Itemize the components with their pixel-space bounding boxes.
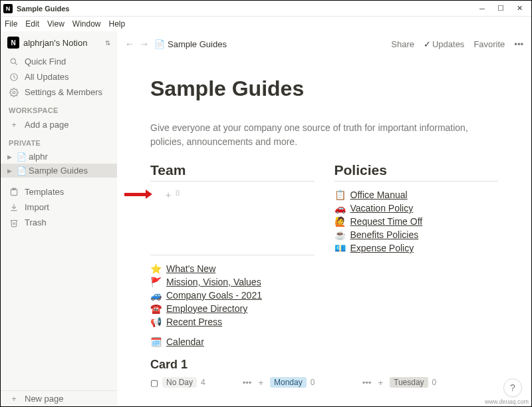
import[interactable]: Import — [1, 200, 117, 215]
disclosure-triangle-icon[interactable]: ▶ — [7, 168, 15, 174]
money-icon: 💶 — [334, 243, 346, 253]
add-card-icon[interactable]: + — [258, 378, 263, 388]
close-button[interactable]: ✕ — [510, 2, 529, 15]
sidebar: N alphrjan's Notion ⇅ Quick Find All Upd… — [1, 31, 117, 406]
workspace-switcher[interactable]: N alphrjan's Notion ⇅ — [1, 31, 117, 54]
car-icon: 🚙 — [150, 290, 162, 301]
phone-icon: ☎️ — [150, 303, 162, 314]
link-directory[interactable]: ☎️Employee Directory — [150, 302, 315, 315]
link-mission[interactable]: 🚩Mission, Vision, Values — [150, 275, 315, 289]
board-col-tuesday: Tuesday 0 — [390, 376, 489, 389]
quick-find[interactable]: Quick Find — [1, 54, 117, 69]
maximize-button[interactable]: ☐ — [491, 2, 510, 15]
policies-heading[interactable]: Policies — [334, 162, 499, 178]
page-body: Sample Guides Give everyone at your comp… — [117, 57, 531, 406]
all-updates[interactable]: All Updates — [1, 69, 117, 84]
link-press[interactable]: 📢Recent Press — [150, 315, 315, 329]
drag-handle-icon[interactable]: ⠿ — [175, 190, 179, 200]
disclosure-triangle-icon[interactable]: ▶ — [7, 154, 15, 160]
section-private: PRIVATE — [1, 132, 117, 150]
add-page-workspace[interactable]: + Add a page — [1, 117, 117, 132]
board-tag[interactable]: No Day — [162, 377, 197, 388]
link-expense[interactable]: 💶Expense Policy — [334, 241, 499, 255]
add-card-icon[interactable]: + — [378, 378, 383, 388]
content-area: ← → 📄 Sample Guides Share ✓Updates Favor… — [117, 31, 531, 406]
svg-point-0 — [11, 59, 15, 63]
menu-view[interactable]: View — [47, 19, 65, 29]
car-icon: 🚗 — [334, 203, 346, 213]
watermark: www.deuaq.com — [485, 398, 529, 405]
gear-icon — [9, 88, 19, 97]
forward-button[interactable]: → — [140, 39, 149, 49]
link-benefits[interactable]: ☕Benefits Policies — [334, 228, 499, 241]
menu-help[interactable]: Help — [109, 19, 126, 29]
checkbox-icon: ▢ — [150, 378, 158, 388]
menu-window[interactable]: Window — [72, 19, 101, 29]
search-icon — [9, 57, 19, 67]
flag-icon: 🚩 — [150, 277, 162, 287]
page-title[interactable]: Sample Guides — [150, 76, 498, 101]
team-heading[interactable]: Team — [150, 162, 315, 178]
column-more-icon[interactable]: ••• — [362, 378, 372, 388]
board-title[interactable]: Card 1 — [150, 358, 315, 372]
divider — [150, 181, 315, 182]
help-button[interactable]: ? — [503, 378, 522, 397]
templates-icon — [9, 188, 19, 197]
templates[interactable]: Templates — [1, 184, 117, 200]
board-col-monday: Monday 0 ••• + — [270, 376, 383, 389]
sidebar-page-sample-guides[interactable]: ▶ 📄 Sample Guides — [1, 164, 117, 178]
settings-members[interactable]: Settings & Members — [1, 84, 117, 100]
link-timeoff[interactable]: 🙋Request Time Off — [334, 215, 499, 228]
workspace-icon: N — [7, 37, 19, 49]
breadcrumb[interactable]: 📄 Sample Guides — [154, 39, 227, 49]
page-icon: 📄 — [17, 166, 26, 176]
board-count: 0 — [432, 378, 437, 387]
board-tag[interactable]: Tuesday — [390, 377, 428, 388]
link-office-manual[interactable]: 📋Office Manual — [334, 188, 499, 202]
column-more-icon[interactable]: ••• — [243, 378, 252, 388]
more-menu-button[interactable]: ••• — [514, 39, 523, 49]
minimize-button[interactable]: ─ — [473, 2, 491, 15]
link-whats-new[interactable]: ⭐What's New — [150, 262, 315, 275]
link-calendar[interactable]: 🗓️Calendar — [150, 335, 315, 348]
window-title: Sample Guides — [17, 5, 473, 13]
calendar-icon: 🗓️ — [150, 337, 162, 347]
download-icon — [9, 203, 19, 212]
board-tag[interactable]: Monday — [270, 377, 307, 388]
plus-icon: + — [9, 120, 19, 130]
page-icon: 📄 — [154, 39, 165, 49]
updates-button[interactable]: ✓Updates — [424, 39, 464, 49]
svg-line-1 — [15, 63, 17, 65]
new-page-button[interactable]: + New page — [1, 391, 117, 406]
back-button[interactable]: ← — [125, 39, 134, 49]
board-count: 0 — [311, 378, 315, 387]
page-description[interactable]: Give everyone at your company one source… — [150, 121, 498, 149]
sidebar-page-alphr[interactable]: ▶ 📄 alphr — [1, 150, 117, 164]
section-workspace: WORKSPACE — [1, 100, 117, 117]
link-vacation[interactable]: 🚗Vacation Policy — [334, 202, 499, 215]
titlebar: N Sample Guides ─ ☐ ✕ — [1, 1, 531, 17]
workspace-name: alphrjan's Notion — [23, 38, 87, 48]
star-icon: ⭐ — [150, 263, 162, 274]
plus-icon: + — [9, 394, 19, 404]
link-goals[interactable]: 🚙Company Goals - 2021 — [150, 289, 315, 302]
board-view: ▢ No Day 4 ••• + Monday 0 ••• + Tuesday … — [150, 376, 498, 389]
trash-icon — [9, 218, 19, 227]
notion-app-icon: N — [3, 4, 13, 13]
raise-hand-icon: 🙋 — [334, 216, 346, 227]
coffee-icon: ☕ — [334, 229, 346, 240]
menu-edit[interactable]: Edit — [25, 19, 39, 29]
favorite-button[interactable]: Favorite — [473, 39, 505, 49]
check-icon: ✓ — [424, 39, 431, 49]
board-col-noday: ▢ No Day 4 ••• + — [150, 376, 263, 389]
chevron-updown-icon: ⇅ — [105, 39, 110, 47]
megaphone-icon: 📢 — [150, 317, 162, 327]
block-handle: + ⠿ — [166, 190, 179, 200]
column-policies: Policies 📋Office Manual 🚗Vacation Policy… — [334, 162, 499, 376]
add-block-icon[interactable]: + — [166, 190, 171, 200]
annotation-arrow — [124, 188, 147, 198]
clipboard-icon: 📋 — [334, 190, 346, 200]
menu-file[interactable]: File — [5, 19, 17, 29]
trash[interactable]: Trash — [1, 215, 117, 230]
share-button[interactable]: Share — [391, 39, 414, 49]
